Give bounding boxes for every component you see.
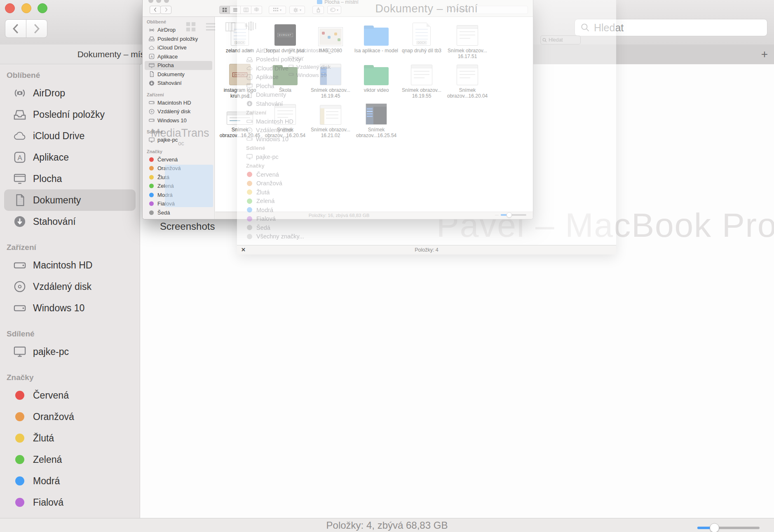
sidebar-item-plocha[interactable]: Plocha (145, 61, 212, 70)
file-item-instagram-logo-kruh-psd[interactable]: DVRGNTinstagram logo kruh.psd (216, 59, 264, 99)
slider-knob[interactable] (507, 212, 512, 218)
chevron-left-icon (154, 7, 157, 12)
file-icon-box (227, 98, 253, 125)
sidebar-item-macintosh-hd[interactable]: Macintosh HD (4, 254, 136, 276)
sidebar-item-airdrop[interactable]: AirDrop (145, 26, 212, 35)
sidebar-item-posledn-polo-ky[interactable]: Poslední položky (4, 104, 136, 125)
sidebar-item-label: Windows 10 (33, 303, 84, 314)
file-item-viktor-video[interactable]: viktor video (352, 59, 401, 93)
file-item-kola[interactable]: Škola (261, 59, 310, 93)
tag-dot-icon (149, 175, 154, 180)
sidebar-item-ed[interactable]: Šedá (145, 208, 212, 217)
file-item-lsa-aplikace-model[interactable]: lsa aplikace - model (352, 19, 401, 54)
sidebar-item-dokumenty[interactable]: Dokumenty (145, 70, 212, 79)
sidebar-item-icloud-drive[interactable]: iCloud Drive (4, 125, 136, 147)
sidebar-item-airdrop[interactable]: AirDrop (4, 82, 136, 104)
slider-track (697, 527, 760, 529)
sidebar-item-icloud-drive[interactable]: iCloud Drive (145, 43, 212, 52)
sidebar-item-erven[interactable]: Červená (145, 155, 212, 164)
forward-button[interactable] (160, 6, 171, 14)
tag-dot-icon (15, 476, 24, 485)
sidebar-item-label: pajke-pc (157, 137, 178, 143)
apps-icon: A (148, 54, 155, 60)
sidebar-item-modr[interactable]: Modrá (4, 470, 136, 492)
file-item-sn-mek-obrazov-16-20-45[interactable]: Snímek obrazov...16.20.45 (216, 98, 264, 138)
sidebar-item-zelen[interactable]: Zelená (4, 449, 136, 470)
zoom-traffic-light[interactable] (38, 3, 47, 13)
new-tab-button[interactable]: + (755, 44, 774, 64)
file-name-label: Snímek obrazov... 16.19.45 (306, 87, 355, 99)
tag-dot-icon (149, 184, 154, 188)
icon-size-slider[interactable] (697, 527, 760, 529)
icon-size-slider[interactable]: — (495, 213, 526, 217)
sidebar-item-macintosh-hd[interactable]: Macintosh HD (145, 98, 212, 107)
file-item-sn-mek-obrazov-16-19-45[interactable]: Snímek obrazov... 16.19.45 (306, 59, 355, 99)
sidebar-item-fialov[interactable]: Fialová (4, 492, 136, 513)
search-input[interactable]: Hledat (575, 19, 767, 36)
gear-icon (293, 7, 298, 13)
file-item-sn-mek-obrazov-16-20-04[interactable]: Snímek obrazov...16.20.04 (443, 59, 492, 99)
file-label-screenshots[interactable]: Screenshots (160, 221, 215, 232)
view-list-button[interactable] (230, 6, 241, 14)
sidebar-item-erven[interactable]: Červená (4, 385, 136, 406)
bg-sidebar: OblíbenéAirDropPoslední položkyiCloud Dr… (0, 64, 140, 518)
recents-icon (148, 36, 155, 42)
file-icon-box: DVRGNT (274, 19, 296, 46)
sidebar-item-posledn-polo-ky[interactable]: Poslední položky (145, 35, 212, 44)
group-by-button[interactable]: ▾ (269, 6, 286, 14)
file-icon-box (364, 59, 389, 85)
sidebar-section-obl-ben: Oblíbené (0, 71, 140, 82)
fw-title-bar[interactable]: Plocha – místní (143, 0, 533, 5)
svg-text:A: A (150, 55, 153, 58)
file-item-sn-mek-obrazov-16-21-02[interactable]: Snímek obrazov... 16.21.02 (306, 98, 355, 138)
sidebar-item-pajke-pc[interactable]: pajke-pc (4, 341, 136, 362)
slider-knob[interactable] (710, 523, 719, 532)
file-item-sn-mek-obrazov-16-17-51[interactable]: Snímek obrazov... 16.17.51 (443, 19, 492, 59)
sidebar-item-label: Plocha (33, 173, 62, 184)
file-icon-box: DVRGNT (229, 59, 251, 85)
file-item-img-2080[interactable]: IMG_2080 (306, 19, 355, 54)
back-button[interactable] (5, 19, 26, 38)
sidebar-item-plocha[interactable]: Plocha (4, 168, 136, 189)
forward-button[interactable] (26, 19, 47, 38)
slider-track (501, 214, 526, 216)
sidebar-item-windows-10[interactable]: Windows 10 (145, 116, 212, 125)
tag-icon (330, 8, 335, 12)
sidebar-item-aplikace[interactable]: AAplikace (145, 52, 212, 61)
sidebar-item-aplikace[interactable]: AAplikace (4, 147, 136, 168)
sidebar-item-windows-10[interactable]: Windows 10 (4, 297, 136, 319)
view-columns-button[interactable] (241, 6, 251, 14)
sidebar-item-lut[interactable]: Žlutá (4, 427, 136, 449)
sidebar-item-vzd-len-disk[interactable]: Vzdálený disk (145, 107, 212, 116)
action-menu-button[interactable]: ▾ (289, 6, 305, 14)
file-item-zeland-adam[interactable]: zeland adam (216, 19, 264, 54)
search-placeholder: Hledat (455, 7, 469, 13)
sidebar-item-pajke-pc[interactable]: pajke-pc (145, 135, 212, 145)
view-icons-button[interactable] (219, 6, 230, 14)
file-item-sn-mek-obrazov-16-25-54[interactable]: Snímek obrazov...16.25.54 (352, 98, 401, 138)
share-button[interactable] (312, 6, 324, 14)
sidebar-item-vzd-len-disk[interactable]: Vzdálený disk (4, 276, 136, 297)
file-item-qnap-druh-d-l-tb3[interactable]: qnap druhý díl tb3 (397, 19, 446, 54)
sidebar-item-oran-ov[interactable]: Oranžová (4, 406, 136, 427)
tag-dot-icon (149, 201, 154, 206)
sidebar-item-dokumenty[interactable]: Dokumenty (4, 189, 136, 211)
chevron-left-icon (12, 23, 19, 34)
search-placeholder: Hledat (594, 22, 624, 34)
file-item-format-dvrgnt-psd[interactable]: DVRGNTformat dvrgnt.psd (261, 19, 310, 54)
sidebar-item-label: Stahování (33, 216, 76, 227)
minimize-traffic-light[interactable] (21, 3, 31, 13)
docx-file-icon (231, 23, 249, 46)
file-item-sn-mek-obrazov-16-19-55[interactable]: Snímek obrazov... 16.19.55 (397, 59, 446, 99)
close-traffic-light[interactable] (5, 3, 15, 13)
tags-button[interactable]: ▾ (327, 6, 341, 14)
sidebar-item-stahov-n[interactable]: Stahování (145, 79, 212, 88)
file-item-sn-mek-obrazov-16-20-54[interactable]: Snímek obrazov...16.20.54 (261, 98, 310, 138)
tag-dot-icon (149, 166, 154, 170)
plus-icon: + (761, 48, 768, 61)
tag-dot-icon (15, 455, 24, 464)
view-gallery-button[interactable] (251, 6, 262, 14)
search-input[interactable]: Hledat (446, 6, 528, 14)
back-button[interactable] (150, 6, 161, 14)
sidebar-item-stahov-n[interactable]: Stahování (4, 211, 136, 232)
